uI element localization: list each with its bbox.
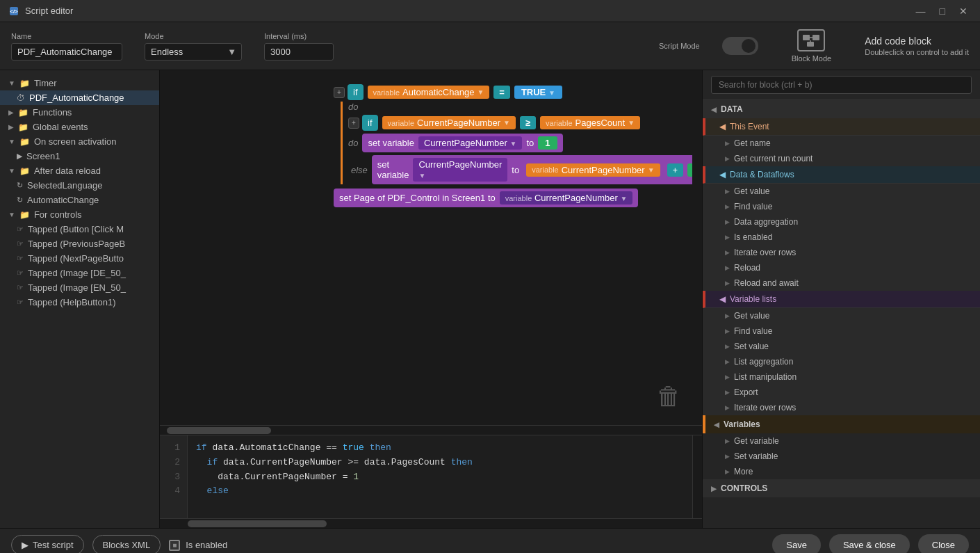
right-panel: ◀ DATA ◀ This Event ▶ Get name ▶ Get cur… xyxy=(702,70,980,528)
code-hscroll[interactable] xyxy=(160,518,702,528)
sidebar-item-label: SelectedLanguage xyxy=(27,180,102,191)
panel-item-set-variable[interactable]: ▶ Set variable xyxy=(703,449,980,464)
do-row: do xyxy=(348,102,702,112)
code-hscroll-thumb[interactable] xyxy=(188,520,327,527)
panel-item-iterate-rows[interactable]: ▶ Iterate over rows xyxy=(703,245,980,260)
vertical-scrollbar[interactable] xyxy=(692,70,702,425)
panel-item-is-enabled[interactable]: ▶ Is enabled xyxy=(703,230,980,245)
data-dataflows-header[interactable]: ◀ Data & Dataflows xyxy=(703,166,980,184)
panel-item-list-manipulation[interactable]: ▶ List manipulation xyxy=(703,369,980,385)
tap-icon: ☞ xyxy=(17,283,24,292)
inner-plus-button[interactable]: + xyxy=(348,118,359,129)
sidebar-item-timer[interactable]: ▼ 📁 Timer xyxy=(0,76,159,90)
sidebar-item-tapped-next[interactable]: ☞ Tapped (NextPageButto xyxy=(0,251,159,266)
plus-operator[interactable]: + xyxy=(667,163,684,177)
this-event-header[interactable]: ◀ This Event xyxy=(703,118,980,136)
panel-item-get-value[interactable]: ▶ Get value xyxy=(703,184,980,199)
sidebar-item-tapped-btn[interactable]: ☞ Tapped (Button [Click M xyxy=(0,222,159,237)
save-close-button[interactable]: Save & close xyxy=(829,534,910,553)
data-dataflows-label: Data & Dataflows xyxy=(730,170,794,179)
name-input[interactable] xyxy=(11,43,122,61)
panel-item-vl-find-value[interactable]: ▶ Find value xyxy=(703,323,980,339)
is-enabled-label: Is enabled xyxy=(186,540,227,550)
close-button[interactable]: Close xyxy=(918,534,969,553)
set-var-increment[interactable]: set variable CurrentPageNumber ▼ to vari… xyxy=(372,155,702,184)
panel-item-vl-set-value[interactable]: ▶ Set value xyxy=(703,339,980,354)
section-variables-header[interactable]: ◀ Variables xyxy=(703,415,980,433)
panel-item-reload[interactable]: ▶ Reload xyxy=(703,260,980,275)
sidebar-item-on-screen[interactable]: ▼ 📁 On screen activation xyxy=(0,134,159,149)
outer-if-body: do + if variable xyxy=(341,102,702,184)
play-icon: ▶ xyxy=(17,152,22,161)
equals-operator[interactable]: = xyxy=(493,86,510,99)
value-1[interactable]: 1 xyxy=(538,136,557,150)
block-mode-svg xyxy=(801,32,821,49)
panel-item-export[interactable]: ▶ Export xyxy=(703,385,980,400)
section-variables-label: Variables xyxy=(724,419,760,429)
var-current-page[interactable]: variable CurrentPageNumber ▼ xyxy=(382,116,516,129)
interval-input[interactable] xyxy=(264,43,334,61)
panel-item-get-variable[interactable]: ▶ Get variable xyxy=(703,433,980,449)
sidebar-item-after-data[interactable]: ▼ 📁 After data reload xyxy=(0,163,159,178)
sidebar-item-tapped-img-de[interactable]: ☞ Tapped (Image [DE_50_ xyxy=(0,266,159,280)
search-block-input[interactable] xyxy=(711,76,972,94)
plus-button[interactable]: + xyxy=(334,87,345,98)
inner-do-label: do xyxy=(348,138,358,148)
sidebar-item-tapped-help[interactable]: ☞ Tapped (HelpButton1) xyxy=(0,295,159,310)
code-editor-vscroll[interactable] xyxy=(692,435,702,518)
line-numbers: 1 2 3 4 xyxy=(160,435,188,518)
if-block[interactable]: if xyxy=(348,84,364,100)
is-enabled-button[interactable]: ■ Is enabled xyxy=(169,540,227,551)
mode-toggle[interactable] xyxy=(722,37,758,55)
horizontal-scrollbar-thumb[interactable] xyxy=(167,427,271,434)
blocks-canvas[interactable]: + if variable AutomaticChange ▼ = TRUE ▼ xyxy=(160,70,702,425)
section-controls-header[interactable]: ▶ CONTROLS xyxy=(703,479,980,497)
code-editor: 1 2 3 4 if data.AutomaticChange == true … xyxy=(160,435,702,518)
test-script-button[interactable]: ▶ Test script xyxy=(11,535,84,553)
sidebar-item-tapped-prev[interactable]: ☞ Tapped (PreviousPageB xyxy=(0,237,159,251)
sidebar-item-functions[interactable]: ▶ 📁 Functions xyxy=(0,105,159,120)
panel-item-list-aggregation[interactable]: ▶ List aggregation xyxy=(703,354,980,369)
folder-icon: 📁 xyxy=(19,166,30,176)
timer-icon: ⏱ xyxy=(17,93,25,103)
panel-item-vl-iterate-rows[interactable]: ▶ Iterate over rows xyxy=(703,400,980,415)
panel-item-get-run-count[interactable]: ▶ Get current run count xyxy=(703,151,980,166)
trash-icon[interactable]: 🗑 xyxy=(656,382,681,411)
gte-operator[interactable]: ≥ xyxy=(520,116,536,129)
save-button[interactable]: Save xyxy=(772,534,821,553)
var-current-page-2[interactable]: variable CurrentPageNumber ▼ xyxy=(526,163,660,177)
outer-if-body-wrap: do + if variable xyxy=(334,102,702,184)
panel-item-reload-await[interactable]: ▶ Reload and await xyxy=(703,275,980,291)
sidebar-item-screen1[interactable]: ▶ Screen1 xyxy=(0,149,159,163)
sidebar-item-global-events[interactable]: ▶ 📁 Global events xyxy=(0,120,159,134)
close-window-button[interactable]: ✕ xyxy=(955,4,972,18)
triangle-icon: ◀ xyxy=(711,106,717,113)
sidebar-item-for-controls[interactable]: ▼ 📁 For controls xyxy=(0,207,159,222)
sidebar-item-selected-lang[interactable]: ↻ SelectedLanguage xyxy=(0,178,159,193)
code-content[interactable]: if data.AutomaticChange == true then if … xyxy=(188,435,692,518)
panel-item-more[interactable]: ▶ More xyxy=(703,464,980,479)
panel-item-data-aggregation[interactable]: ▶ Data aggregation xyxy=(703,214,980,230)
set-var-to-1[interactable]: set variable CurrentPageNumber ▼ to 1 xyxy=(362,134,562,152)
sidebar-item-tapped-img-en[interactable]: ☞ Tapped (Image [EN_50_ xyxy=(0,280,159,295)
svg-rect-3 xyxy=(812,35,819,40)
title-bar: </> Script editor — □ ✕ xyxy=(0,0,980,22)
panel-item-get-name[interactable]: ▶ Get name xyxy=(703,136,980,151)
mode-select[interactable]: Endless Once Loop xyxy=(145,43,242,61)
horizontal-scroll-area[interactable] xyxy=(160,425,702,435)
mode-select-wrap: Endless Once Loop ▼ xyxy=(145,43,242,61)
var-pages-count[interactable]: variable PagesCount ▼ xyxy=(540,116,640,129)
variable-lists-header[interactable]: ◀ Variable lists xyxy=(703,291,980,308)
panel-item-find-value[interactable]: ▶ Find value xyxy=(703,199,980,214)
section-data-header[interactable]: ◀ DATA xyxy=(703,100,980,118)
sidebar-item-pdf-auto[interactable]: ⏱ PDF_AutomaticChange xyxy=(0,90,159,105)
set-page-block[interactable]: set Page of PDF_Control in Screen1 to va… xyxy=(334,189,638,207)
panel-item-vl-get-value[interactable]: ▶ Get value xyxy=(703,308,980,323)
blocks-xml-button[interactable]: Blocks XML xyxy=(92,535,161,553)
sidebar-item-auto-change[interactable]: ↻ AutomaticChange xyxy=(0,193,159,207)
maximize-button[interactable]: □ xyxy=(936,4,949,18)
minimize-button[interactable]: — xyxy=(912,4,930,18)
variable-automchange[interactable]: variable AutomaticChange ▼ xyxy=(368,86,490,99)
true-value[interactable]: TRUE ▼ xyxy=(514,86,562,99)
inner-if-block[interactable]: if xyxy=(362,115,378,131)
